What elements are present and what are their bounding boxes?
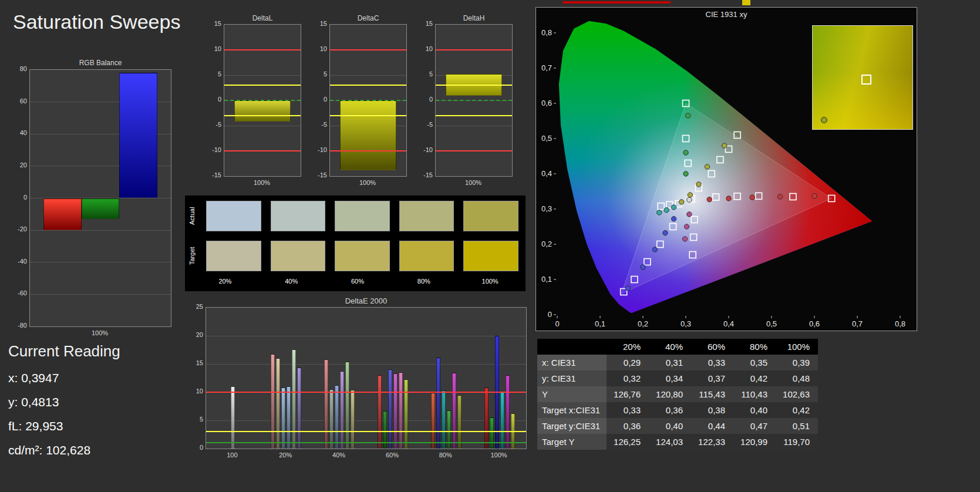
rgb-balance-title: RGB Balance <box>29 59 171 67</box>
table-cell: 110,43 <box>733 386 776 402</box>
gridline <box>30 294 171 295</box>
cie-measured-point <box>683 171 688 176</box>
current-reading: Current Reading x: 0,3947 y: 0,4813 fL: … <box>8 342 120 467</box>
cie-measured-point <box>707 197 712 202</box>
y-tick-label: -10 <box>204 146 221 153</box>
y-tick-label: 15 <box>309 20 327 27</box>
cie-measured-point <box>687 197 692 202</box>
cie-x-tick: 0,6 <box>809 319 820 328</box>
table-cell: 0,51 <box>776 418 818 434</box>
cie-x-tick: 0,5 <box>766 319 777 328</box>
delta-c-plot <box>329 24 407 177</box>
y-tick-label: 25 <box>186 303 203 310</box>
x-axis-label: 100% <box>435 179 511 186</box>
reference-line <box>330 85 406 86</box>
cie-measured-point <box>683 150 688 155</box>
delta-l-plot <box>224 24 301 177</box>
reference-line <box>206 392 526 393</box>
delta-e-2000-chart: DeltaE 2000 252015105010020%40%60%80%100… <box>187 296 530 470</box>
delta-e-bar <box>431 393 435 449</box>
cie-measured-point <box>625 286 630 291</box>
table-cell: 126,25 <box>607 434 649 450</box>
y-tick-label: -10 <box>415 146 433 153</box>
table-cell: 0,29 <box>607 355 649 370</box>
gridline <box>206 336 526 336</box>
page-title: Saturation Sweeps <box>13 11 180 33</box>
table-cell: 0,33 <box>691 355 733 370</box>
y-tick-label: -60 <box>9 289 27 296</box>
y-tick-label: 15 <box>204 20 221 27</box>
swatch-target-20% <box>206 241 261 271</box>
x-tick-label: 20% <box>268 451 303 459</box>
cie-x-tick: 0,1 <box>595 319 605 328</box>
delta-e-bar <box>271 354 275 449</box>
reference-line <box>206 431 526 432</box>
table-cell: 102,63 <box>776 386 818 402</box>
y-tick-label: 10 <box>186 387 203 395</box>
cie-measured-point <box>722 143 727 148</box>
delta-e-bar <box>329 389 334 449</box>
delta-bar <box>340 100 396 170</box>
swatch-row-label: Actual <box>187 201 197 231</box>
reference-line <box>436 150 512 151</box>
reference-line <box>436 49 512 50</box>
table-header-cell: 60% <box>691 339 733 355</box>
cie-x-tick: 0,2 <box>638 319 648 328</box>
x-axis-label: 100% <box>329 179 406 186</box>
table-cell: 0,48 <box>776 370 818 386</box>
x-tick-label: 100% <box>481 451 517 459</box>
cie-measured-point <box>652 247 657 252</box>
cie-y-tick: 0 <box>548 310 552 319</box>
x-tick-label: 80% <box>428 451 463 459</box>
gridline <box>436 126 512 126</box>
delta-e-bar <box>287 386 291 449</box>
table-cell: 0,36 <box>607 418 649 434</box>
delta-e-bar <box>340 371 344 449</box>
table-cell: 0,32 <box>607 370 649 386</box>
table-row-label: Y <box>537 386 607 402</box>
cie-measured-point <box>682 237 687 241</box>
gridline <box>30 262 171 262</box>
y-tick-label: 20 <box>186 331 203 338</box>
cie-measured-point <box>687 212 692 217</box>
reference-line <box>206 442 526 443</box>
y-tick-label: 5 <box>186 416 203 423</box>
table-row-label: Target x:CIE31 <box>537 402 607 418</box>
red-bar <box>43 198 82 231</box>
table-cell: 122,33 <box>691 434 733 450</box>
y-tick-label: -10 <box>309 146 327 153</box>
delta-e-2000-title: DeltaE 2000 <box>206 296 527 305</box>
inset-target-square <box>861 75 871 85</box>
y-tick-label: 20 <box>9 161 27 169</box>
table-cell: 0,34 <box>649 370 691 386</box>
delta-e-bar <box>484 387 489 449</box>
table-header-cell: 20% <box>607 339 649 355</box>
y-tick-label: 60 <box>9 97 27 105</box>
delta-e-bar <box>388 369 392 449</box>
y-tick-label: 0 <box>186 444 203 451</box>
delta-e-bar <box>393 373 398 449</box>
swatch-column-label: 20% <box>197 278 254 285</box>
cie-measured-point <box>688 193 692 197</box>
gridline <box>224 75 301 76</box>
table-cell: 0,35 <box>733 355 776 370</box>
table-header-cell: 100% <box>776 339 818 355</box>
delta-e-bar <box>500 392 504 449</box>
delta-e-bar <box>231 386 235 449</box>
y-tick-label: 10 <box>415 45 433 52</box>
cie-1931-title: CIE 1931 xy <box>536 10 917 19</box>
cie-y-tick: 0,6 <box>541 99 552 107</box>
cie-y-tick: 0,2 <box>541 240 552 248</box>
current-reading-heading: Current Reading <box>8 342 120 360</box>
delta-e-bar <box>506 375 510 449</box>
y-tick-label: 5 <box>415 70 433 77</box>
x-axis-label: 100% <box>224 179 300 186</box>
table-header-cell: 80% <box>733 339 776 355</box>
y-tick-label: -20 <box>9 225 27 232</box>
y-tick-label: -5 <box>309 121 327 128</box>
y-tick-label: 0 <box>9 194 27 201</box>
table-cell: 0,33 <box>607 402 649 418</box>
swatch-actual-80% <box>399 201 454 231</box>
delta-e-bar <box>297 368 301 449</box>
y-tick-label: 15 <box>415 20 433 27</box>
